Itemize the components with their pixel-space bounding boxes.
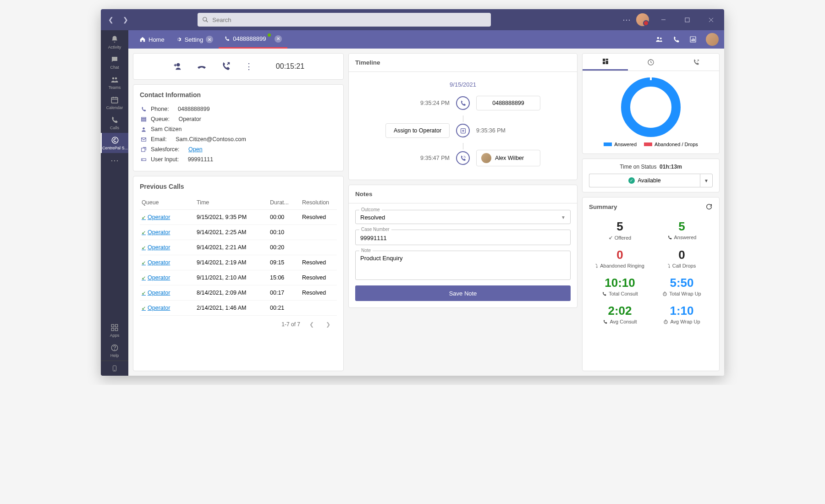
pager-prev-button[interactable]: ❮ xyxy=(307,321,317,328)
call-in-icon: ↙ xyxy=(142,305,146,311)
tab-active-call[interactable]: 0488888899 ✕ xyxy=(219,30,287,49)
cell-duration: 00:20 xyxy=(268,244,300,251)
svg-point-22 xyxy=(660,38,662,39)
svg-rect-15 xyxy=(111,329,114,331)
tab-missed[interactable] xyxy=(674,54,719,71)
chat-icon xyxy=(110,55,119,64)
col-duration: Durat... xyxy=(268,199,300,206)
queue-link[interactable]: ↙Operator xyxy=(142,259,193,266)
agent-avatar[interactable] xyxy=(706,33,719,46)
people-icon[interactable] xyxy=(655,35,663,44)
queue-link[interactable]: ↙Operator xyxy=(142,214,193,220)
cell-time: 9/14/2021, 2:19 AM xyxy=(195,259,268,266)
table-header: Queue Time Durat... Resolution xyxy=(140,196,337,210)
sidebar-item-device[interactable] xyxy=(101,361,128,376)
label: Email: xyxy=(151,136,167,142)
search-icon xyxy=(202,16,209,23)
phone-icon xyxy=(110,115,119,125)
close-icon[interactable]: ✕ xyxy=(206,36,213,43)
cell-time: 9/14/2021, 2:21 AM xyxy=(195,244,268,251)
queue-link[interactable]: ↙Operator xyxy=(142,305,193,311)
add-person-icon[interactable] xyxy=(172,61,182,71)
tab-label: 0488888899 xyxy=(233,35,266,42)
donut-icon xyxy=(621,77,681,137)
sidebar-item-calls[interactable]: Calls xyxy=(101,113,128,133)
call-in-icon: ↙ xyxy=(142,214,146,220)
queue-link[interactable]: ↙Operator xyxy=(142,274,193,281)
stat-value: 10:10 xyxy=(589,276,651,290)
more-icon[interactable]: ⋯ xyxy=(622,15,631,25)
swatch-icon xyxy=(644,142,652,146)
phone-icon[interactable] xyxy=(672,36,680,44)
salesforce-link[interactable]: Open xyxy=(188,146,203,153)
sidebar-more[interactable]: ⋯ xyxy=(101,153,128,168)
summary-stat: 1:10 Avg Wrap Up xyxy=(651,300,713,328)
status-dropdown-button[interactable]: ▼ xyxy=(700,174,713,187)
calendar-icon xyxy=(110,95,119,104)
outcome-field[interactable]: Outcome Resolved ▼ xyxy=(355,210,571,224)
svg-line-1 xyxy=(206,21,208,22)
tab-history[interactable] xyxy=(628,54,673,71)
table-row: ↙Operator9/15/2021, 9:35 PM00:00Resolved xyxy=(140,210,337,225)
search-input[interactable] xyxy=(212,16,486,23)
nav-forward-button[interactable]: ❯ xyxy=(119,13,132,26)
chart-icon[interactable] xyxy=(689,36,697,43)
refresh-button[interactable] xyxy=(705,203,713,210)
case-field[interactable]: Case Number xyxy=(355,230,571,245)
queue-link[interactable]: ↙Operator xyxy=(142,229,193,236)
value: Operator xyxy=(179,116,201,122)
cell-resolution: Resolved xyxy=(300,274,337,281)
transfer-icon[interactable] xyxy=(221,61,231,71)
queue-link[interactable]: ↙Operator xyxy=(142,244,193,251)
assign-button[interactable]: Assign to Operator xyxy=(385,123,450,138)
sidebar-item-calendar[interactable]: Calendar xyxy=(101,93,128,113)
tab-home[interactable]: Home xyxy=(134,30,170,49)
stat-icon xyxy=(662,291,667,296)
search-box[interactable] xyxy=(198,13,491,27)
save-note-button[interactable]: Save Note xyxy=(355,285,571,301)
svg-point-7 xyxy=(115,77,117,80)
svg-rect-39 xyxy=(603,59,605,61)
minimize-button[interactable] xyxy=(654,13,673,27)
pager-next-button[interactable]: ❯ xyxy=(323,321,333,328)
phone-icon xyxy=(456,96,470,110)
field-label: Case Number xyxy=(359,227,391,232)
summary-stat: 2:02 Avg Consult xyxy=(589,300,651,328)
cell-resolution: Resolved xyxy=(300,214,337,220)
tab-dashboard[interactable] xyxy=(583,54,628,71)
person-icon xyxy=(140,126,147,132)
tab-setting[interactable]: Setting ✕ xyxy=(170,30,219,49)
summary-stat: 5↙ Offered xyxy=(589,216,651,244)
note-textarea[interactable] xyxy=(360,255,566,268)
value: Sam Citizen xyxy=(151,126,182,132)
status-button[interactable]: ✓ Available xyxy=(589,174,700,187)
user-avatar[interactable] xyxy=(636,13,649,26)
label: Salesforce: xyxy=(151,146,180,153)
sidebar-item-help[interactable]: Help xyxy=(101,340,128,361)
more-icon[interactable]: ⋮ xyxy=(245,61,253,71)
sidebar-item-teams[interactable]: Teams xyxy=(101,72,128,93)
svg-rect-24 xyxy=(692,39,693,41)
close-icon[interactable]: ✕ xyxy=(275,35,282,43)
timeline-time: 9:35:36 PM xyxy=(476,127,540,134)
sidebar-item-centrepal[interactable]: CentrePal S... xyxy=(101,133,128,153)
maximize-button[interactable] xyxy=(678,13,697,27)
stat-value: 1:10 xyxy=(651,304,713,318)
sidebar-item-chat[interactable]: Chat xyxy=(101,52,128,72)
nav-back-button[interactable]: ❮ xyxy=(104,13,117,26)
sidebar-label: Chat xyxy=(110,65,119,70)
stat-value: 2:02 xyxy=(589,304,651,318)
sidebar-item-activity[interactable]: Activity xyxy=(101,32,128,52)
cell-duration: 00:21 xyxy=(268,305,300,311)
queue-link[interactable]: ↙Operator xyxy=(142,290,193,296)
case-input[interactable] xyxy=(360,235,566,241)
svg-rect-40 xyxy=(605,59,608,60)
sidebar-item-apps[interactable]: Apps xyxy=(101,320,128,340)
svg-point-31 xyxy=(143,127,144,129)
phone-icon xyxy=(140,106,147,112)
note-field[interactable]: Note xyxy=(355,251,571,280)
close-button[interactable] xyxy=(702,13,720,27)
contact-userinput-row: User Input: 99991111 xyxy=(140,154,337,164)
hangup-icon[interactable] xyxy=(196,61,207,72)
app-window: ❮ ❯ ⋯ Activity xyxy=(101,9,724,376)
